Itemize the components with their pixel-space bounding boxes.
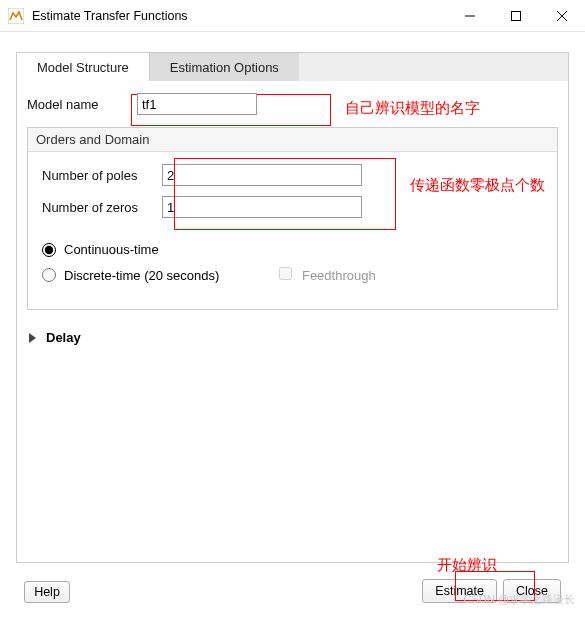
minimize-button[interactable] bbox=[447, 0, 493, 32]
window-titlebar: Estimate Transfer Functions bbox=[0, 0, 585, 32]
expand-icon bbox=[29, 333, 36, 343]
app-icon bbox=[8, 8, 24, 24]
continuous-time-radio[interactable] bbox=[42, 243, 56, 257]
discrete-time-label: Discrete-time (20 seconds) bbox=[64, 268, 219, 283]
discrete-time-row: Discrete-time (20 seconds) Feedthrough bbox=[42, 267, 547, 283]
close-window-button[interactable] bbox=[539, 0, 585, 32]
annotation-text-poles-zeros: 传递函数零极点个数 bbox=[410, 176, 545, 195]
feedthrough-wrap: Feedthrough bbox=[279, 267, 375, 283]
annotation-text-estimate: 开始辨识 bbox=[437, 556, 497, 575]
svg-rect-2 bbox=[512, 11, 521, 20]
feedthrough-label: Feedthrough bbox=[302, 268, 376, 283]
poles-input[interactable] bbox=[162, 164, 362, 186]
discrete-time-radio[interactable] bbox=[42, 268, 56, 282]
model-name-label: Model name bbox=[27, 97, 137, 112]
continuous-time-label: Continuous-time bbox=[64, 242, 159, 257]
orders-domain-title: Orders and Domain bbox=[28, 128, 557, 152]
footer: Help 开始辨识 Estimate Close bbox=[16, 563, 569, 613]
model-name-input[interactable] bbox=[137, 93, 257, 115]
feedthrough-checkbox bbox=[279, 267, 292, 280]
close-button[interactable]: Close bbox=[503, 579, 561, 603]
content: Model Structure Estimation Options 自己辨识模… bbox=[0, 32, 585, 621]
help-button[interactable]: Help bbox=[24, 581, 70, 603]
zeros-input[interactable] bbox=[162, 196, 362, 218]
delay-section[interactable]: Delay bbox=[29, 330, 558, 345]
orders-domain-group: Orders and Domain 传递函数零极点个数 Number of po… bbox=[27, 127, 558, 310]
panel-body: 自己辨识模型的名字 Model name Orders and Domain 传… bbox=[17, 81, 568, 562]
delay-label: Delay bbox=[46, 330, 81, 345]
tab-bar: Model Structure Estimation Options bbox=[17, 53, 568, 81]
main-panel: Model Structure Estimation Options 自己辨识模… bbox=[16, 52, 569, 563]
zeros-label: Number of zeros bbox=[42, 200, 162, 215]
tab-estimation-options[interactable]: Estimation Options bbox=[150, 53, 299, 81]
window-title: Estimate Transfer Functions bbox=[32, 9, 447, 23]
time-domain-radios: Continuous-time Discrete-time (20 second… bbox=[42, 242, 547, 283]
footer-right: Estimate Close bbox=[422, 579, 561, 603]
estimate-button[interactable]: Estimate bbox=[422, 579, 497, 603]
tab-model-structure[interactable]: Model Structure bbox=[17, 53, 150, 81]
orders-domain-body: 传递函数零极点个数 Number of poles Number of zero… bbox=[28, 152, 557, 309]
model-name-row: Model name bbox=[27, 93, 558, 115]
continuous-time-row: Continuous-time bbox=[42, 242, 547, 257]
zeros-row: Number of zeros bbox=[42, 196, 547, 218]
maximize-button[interactable] bbox=[493, 0, 539, 32]
poles-label: Number of poles bbox=[42, 168, 162, 183]
